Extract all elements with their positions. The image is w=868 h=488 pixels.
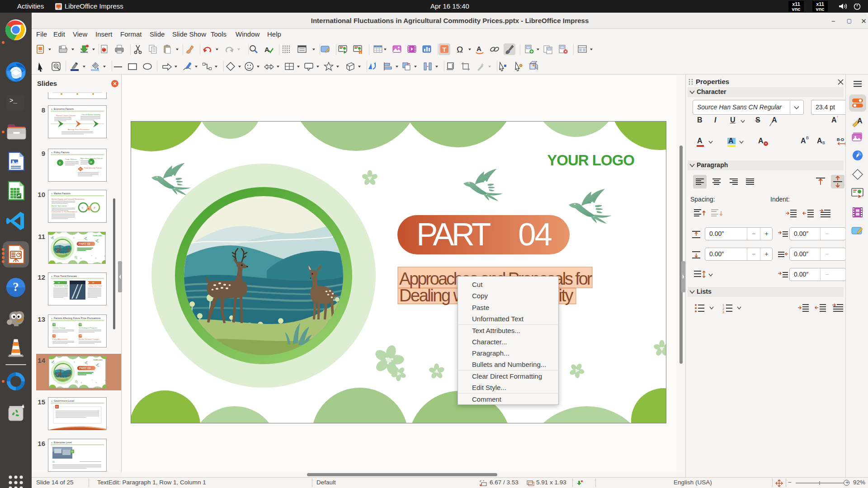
svg-text:»: » — [51, 151, 52, 154]
svg-text:1: 1 — [722, 304, 724, 307]
svg-text:01: 01 — [58, 282, 60, 284]
svg-text:Factors Affecting Future Price: Factors Affecting Future Price Fluctuati… — [54, 317, 101, 319]
svg-text:A: A — [857, 117, 863, 125]
svg-text:Ω: Ω — [457, 45, 463, 54]
svg-text:Price Trend Forecast: Price Trend Forecast — [54, 275, 77, 277]
svg-text:Average Price Fluctuations: Average Price Fluctuations — [68, 128, 90, 131]
svg-text:PART 03: PART 03 — [79, 242, 90, 245]
svg-text:Trade Policies: Trade Policies — [65, 158, 76, 160]
svg-text:T: T — [443, 46, 447, 53]
svg-text:01: 01 — [56, 406, 59, 408]
svg-text:Competition In The Marketplace: Competition In The Marketplace — [52, 211, 77, 213]
svg-text:Overall Market Volatility: Overall Market Volatility — [81, 113, 100, 116]
svg-text:PART: PART — [416, 216, 491, 252]
svg-text:Market Supply and Demand Relat: Market Supply and Demand Relationship — [52, 198, 85, 200]
svg-text:02: 02 — [92, 282, 94, 284]
svg-text:>_: >_ — [9, 97, 17, 104]
svg-text:↺: ↺ — [94, 206, 95, 209]
svg-text:03: 03 — [80, 324, 82, 326]
svg-text:»: » — [51, 108, 52, 110]
svg-text:Climate Change: Climate Change — [52, 327, 66, 329]
svg-text:01: 01 — [52, 461, 55, 463]
svg-text:Policy Adjustments: Policy Adjustments — [52, 338, 68, 340]
svg-text:02: 02 — [71, 450, 74, 453]
svg-text:04: 04 — [80, 335, 82, 337]
svg-text:Technological Progress: Technological Progress — [79, 327, 97, 329]
svg-text:»: » — [51, 317, 52, 319]
svg-text:⚲: ⚲ — [59, 162, 61, 164]
svg-text:01: 01 — [80, 168, 82, 170]
svg-text:3: 3 — [722, 310, 724, 314]
svg-text:Economic Factors: Economic Factors — [54, 108, 74, 110]
svg-text:■: ■ — [88, 207, 90, 210]
svg-text:PART 04: PART 04 — [79, 366, 91, 370]
svg-text:»: » — [51, 441, 52, 444]
svg-text:A: A — [476, 45, 481, 52]
svg-text:Short-term Trend: Short-term Trend — [54, 285, 68, 287]
svg-text:Natural Causes Disaster: Natural Causes Disaster — [56, 114, 76, 117]
svg-text:Government Level: Government Level — [54, 399, 74, 402]
svg-text:2: 2 — [722, 307, 724, 310]
svg-text:Enterprise Level: Enterprise Level — [54, 441, 72, 444]
svg-text:Long-term Trend: Long-term Trend — [89, 285, 102, 287]
svg-text:B-D: B-D — [837, 137, 844, 142]
svg-text:»: » — [51, 399, 52, 402]
svg-text:Market Speculation: Market Speculation — [52, 205, 67, 207]
svg-text:Market Demand Changes: Market Demand Changes — [79, 338, 99, 340]
svg-text:Market Factors: Market Factors — [54, 192, 71, 195]
svg-text:»: » — [51, 275, 52, 277]
svg-text:02: 02 — [53, 324, 56, 326]
svg-text:04: 04 — [518, 216, 552, 252]
svg-text:Food Security Policies: Food Security Policies — [84, 167, 102, 169]
svg-text:01: 01 — [53, 335, 56, 337]
svg-text:A: A — [264, 46, 269, 53]
svg-text:?: ? — [13, 280, 19, 294]
svg-text:↻: ↻ — [82, 206, 84, 209]
svg-text:Policy Factors: Policy Factors — [54, 151, 70, 154]
svg-text:Agriculture Subsidy Policies: Agriculture Subsidy Policies — [80, 157, 103, 160]
svg-text:»: » — [51, 192, 52, 195]
